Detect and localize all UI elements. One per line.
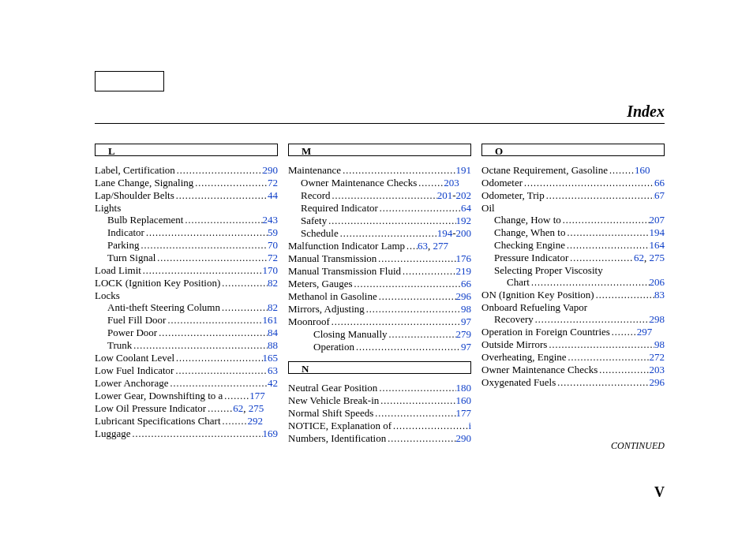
index-page-ref[interactable]: 165 <box>263 352 279 364</box>
index-page-ref[interactable]: 84 <box>268 327 278 338</box>
index-entry-text: Lower Anchorage <box>95 377 169 389</box>
index-leader <box>568 252 634 264</box>
index-page-ref[interactable]: 194 <box>650 226 665 238</box>
index-page-ref[interactable]: 160 <box>456 394 472 406</box>
index-entry-text: Bulb Replacement <box>95 214 183 226</box>
index-page-ref[interactable]: 160 <box>635 164 650 176</box>
index-entry: Numbers, Identification290 <box>288 432 471 445</box>
index-entry: Overheating, Engine272 <box>481 351 665 364</box>
index-page-ref[interactable]: 62, 275 <box>233 402 264 414</box>
index-page-ref[interactable]: 98 <box>461 303 471 315</box>
index-page-ref[interactable]: 194-200 <box>437 227 471 239</box>
index-entry-text: Chart <box>481 276 530 288</box>
index-leader <box>354 341 461 353</box>
index-page-ref[interactable]: 62, 275 <box>634 252 665 263</box>
index-page-ref[interactable]: 292 <box>248 415 264 427</box>
index-page-ref[interactable]: 177 <box>249 390 265 401</box>
index-page-ref[interactable]: 201-202 <box>437 189 471 201</box>
index-page-ref[interactable]: 97 <box>461 341 471 353</box>
index-page-ref[interactable]: 243 <box>263 214 279 226</box>
index-page-ref[interactable]: 279 <box>456 328 472 340</box>
index-page-ref[interactable]: 290 <box>263 164 279 176</box>
index-page-link[interactable]: 202 <box>456 189 472 201</box>
index-page-ref[interactable]: 206 <box>650 276 665 288</box>
index-page-ref[interactable]: 176 <box>456 252 472 264</box>
index-leader <box>417 177 444 189</box>
index-entry: Selecting Proper Viscosity <box>481 264 665 276</box>
index-entry: Trunk88 <box>95 339 278 352</box>
index-leader <box>166 314 262 327</box>
index-page-link[interactable]: 275 <box>249 402 264 414</box>
index-page-ref[interactable]: 82 <box>268 277 278 289</box>
index-page-ref[interactable]: 66 <box>461 278 471 289</box>
index-page-link[interactable]: 62 <box>233 402 243 414</box>
index-page-ref[interactable]: 203 <box>650 364 665 375</box>
index-page-ref[interactable]: 97 <box>461 315 471 327</box>
index-leader <box>221 415 248 427</box>
index-page-ref[interactable]: 70 <box>268 239 278 251</box>
index-page-ref[interactable]: 164 <box>650 239 665 251</box>
index-page-ref[interactable]: 59 <box>268 226 278 238</box>
index-leader <box>523 177 654 189</box>
index-page-ref[interactable]: 63, 277 <box>418 240 448 252</box>
index-page-ref[interactable]: 180 <box>456 382 472 394</box>
index-page-ref[interactable]: 72 <box>268 177 278 189</box>
index-entry: LOCK (Ignition Key Position)82 <box>95 277 278 289</box>
index-leader <box>157 327 268 339</box>
index-entry-text: Operation <box>288 341 354 353</box>
index-page-ref[interactable]: 161 <box>263 314 279 326</box>
index-leader <box>141 264 263 277</box>
index-page-ref[interactable]: 83 <box>654 289 665 301</box>
index-letter: O <box>482 145 509 158</box>
index-page-ref[interactable]: 298 <box>650 313 665 325</box>
index-columns: LLabel, Certification290Lane Change, Sig… <box>95 144 665 445</box>
index-page-ref[interactable]: 191 <box>456 164 472 176</box>
index-page-link[interactable]: 201 <box>437 189 453 201</box>
index-page-ref[interactable]: 67 <box>654 189 665 201</box>
index-page-ref[interactable]: 219 <box>456 265 472 277</box>
index-page-link[interactable]: 63 <box>418 240 428 252</box>
index-leader <box>220 301 268 314</box>
index-page-ref[interactable]: 207 <box>650 214 665 226</box>
index-page-link[interactable]: 275 <box>650 252 665 263</box>
index-page-link[interactable]: 200 <box>456 227 472 239</box>
index-page-ref[interactable]: 44 <box>268 189 278 201</box>
index-page-link[interactable]: 62 <box>634 252 644 263</box>
index-leader <box>594 289 654 301</box>
index-page-ref[interactable]: 192 <box>456 215 472 226</box>
index-page-ref[interactable]: i <box>468 420 471 431</box>
index-page-ref[interactable]: 66 <box>654 177 665 189</box>
index-page-ref[interactable]: 296 <box>456 290 472 302</box>
index-page-ref[interactable]: 82 <box>268 301 278 313</box>
index-leader <box>530 276 650 289</box>
index-entry: Low Fuel Indicator63 <box>95 364 278 377</box>
index-page-ref[interactable]: 64 <box>461 202 471 214</box>
index-entry-text: Oil <box>481 202 495 214</box>
index-entry-text: Safety <box>288 215 327 226</box>
index-page-ref[interactable]: 296 <box>650 376 665 388</box>
index-page-ref[interactable]: 272 <box>650 351 665 363</box>
index-entry: Oil <box>481 202 665 214</box>
index-page-ref[interactable]: 169 <box>263 427 279 439</box>
index-page-ref[interactable]: 63 <box>268 364 278 376</box>
index-page-ref[interactable]: 42 <box>268 377 278 389</box>
index-page-ref[interactable]: 290 <box>456 432 472 444</box>
index-page-ref[interactable]: 177 <box>456 407 472 419</box>
index-page-ref[interactable]: 297 <box>637 326 653 338</box>
index-entry: Lap/Shoulder Belts44 <box>95 189 278 202</box>
index-page-ref[interactable]: 72 <box>268 252 278 263</box>
index-entry: Lower Gear, Downshifting to a177 <box>95 390 278 402</box>
index-leader <box>193 177 268 189</box>
index-page-link[interactable]: 277 <box>433 240 449 252</box>
index-entry: Owner Maintenance Checks203 <box>288 177 471 189</box>
index-column: OOctane Requirement, Gasoline160Odometer… <box>481 144 665 445</box>
index-page-ref[interactable]: 203 <box>444 177 459 189</box>
index-leader <box>341 164 455 177</box>
index-page-ref[interactable]: 170 <box>263 264 279 276</box>
index-page-ref[interactable]: 88 <box>268 339 278 351</box>
index-leader <box>132 339 268 352</box>
index-leader <box>183 214 262 226</box>
index-entry-text: Schedule <box>288 227 339 239</box>
index-page-link[interactable]: 194 <box>437 227 453 239</box>
index-page-ref[interactable]: 98 <box>654 338 665 350</box>
